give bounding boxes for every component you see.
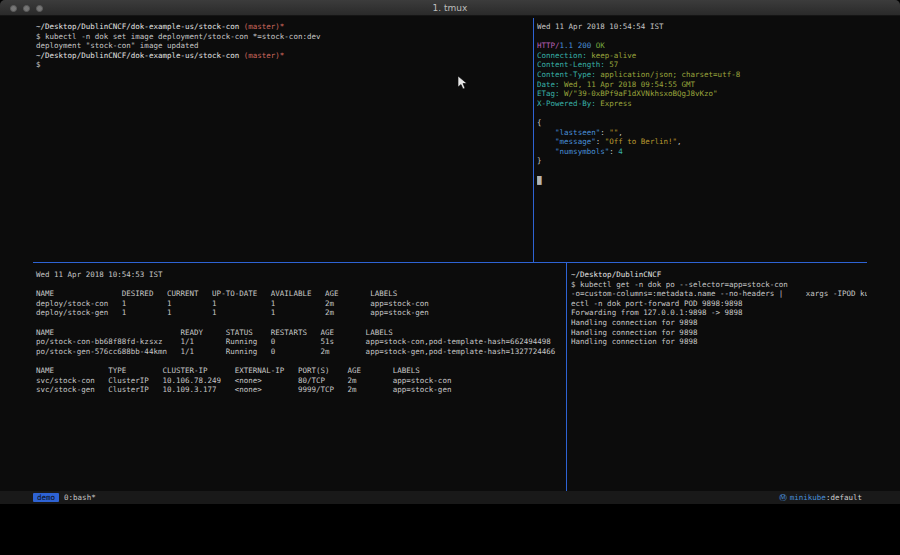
terminal-line: deploy/stock-gen 1 1 1 1 2m app=stock-ge… <box>36 308 562 318</box>
terminal-line: █ <box>537 176 867 186</box>
terminal-line: "lastseen": "", <box>537 128 867 138</box>
terminal-line: "numsymbols": 4 <box>537 147 867 157</box>
zoom-window-button[interactable] <box>36 5 43 12</box>
terminal-line: $ kubectl get -n dok po --selector=app=s… <box>571 280 867 290</box>
terminal-line: Handling connection for 9898 <box>571 318 867 328</box>
terminal-line: "message": "Off to Berlin!", <box>537 137 867 147</box>
pane-kubectl-watch-resources[interactable]: Wed 11 Apr 2018 10:54:53 IST NAME DESIRE… <box>33 266 564 491</box>
terminal-line: Handling connection for 9898 <box>571 337 867 347</box>
pane-divider-vertical-top[interactable] <box>533 18 534 262</box>
tmux-status-right: Ⓜminikube:default <box>779 491 862 504</box>
terminal-line: { <box>537 118 867 128</box>
close-window-button[interactable] <box>10 5 17 12</box>
terminal-line: Wed 11 Apr 2018 10:54:53 IST <box>36 270 562 280</box>
terminal-line: ~/Desktop/DublinCNCF/dok-example-us/stoc… <box>36 51 530 61</box>
terminal-line: Handling connection for 9898 <box>571 328 867 338</box>
pane-divider-horizontal[interactable] <box>33 262 867 263</box>
terminal-line: deployment "stock-con" image updated <box>36 41 530 51</box>
terminal-line <box>537 166 867 176</box>
terminal-line: ~/Desktop/DublinCNCF <box>571 270 867 280</box>
tmux-session-badge: demo <box>33 493 59 502</box>
kube-namespace-label: :default <box>826 493 862 502</box>
terminal-line <box>36 318 562 328</box>
terminal-line <box>537 32 867 42</box>
terminal-line: svc/stock-con ClusterIP 10.106.78.249 <n… <box>36 376 562 386</box>
terminal-line: po/stock-gen-576cc688bb-44kmn 1/1 Runnin… <box>36 347 562 357</box>
tmux-status-left: demo0:bash* <box>33 491 96 504</box>
terminal-line: ectl -n dok port-forward POD 9898:9898 <box>571 299 867 309</box>
minikube-icon: Ⓜ <box>779 493 787 502</box>
window-title: 1. tmux <box>0 0 900 16</box>
tmux-screen: ~/Desktop/DublinCNCF/dok-example-us/stoc… <box>33 18 867 491</box>
terminal-line: -o=custom-columns=:metadata.name --no-he… <box>571 289 867 299</box>
pane-shell-kubectl-set-image[interactable]: ~/Desktop/DublinCNCF/dok-example-us/stoc… <box>33 18 532 261</box>
terminal-line: Date: Wed, 11 Apr 2018 09:54:55 GMT <box>537 80 867 90</box>
terminal-line: ETag: W/"39-0xBPf9aF1dXVNkhsxoBQgJ8vKzo" <box>537 89 867 99</box>
terminal-line: } <box>537 156 867 166</box>
terminal-line: ~/Desktop/DublinCNCF/dok-example-us/stoc… <box>36 22 530 32</box>
terminal-line: Connection: keep-alive <box>537 51 867 61</box>
mouse-cursor <box>458 76 468 90</box>
terminal-line: NAME TYPE CLUSTER-IP EXTERNAL-IP PORT(S)… <box>36 366 562 376</box>
terminal-line: HTTP/1.1 200 OK <box>537 41 867 51</box>
minimize-window-button[interactable] <box>23 5 30 12</box>
terminal-line: Wed 11 Apr 2018 10:54:54 IST <box>537 22 867 32</box>
window-titlebar[interactable]: 1. tmux <box>0 0 900 16</box>
pane-http-response[interactable]: Wed 11 Apr 2018 10:54:54 IST HTTP/1.1 20… <box>537 18 867 261</box>
window-controls <box>10 5 43 12</box>
kube-context-label: minikube <box>790 493 826 502</box>
terminal-line: NAME READY STATUS RESTARTS AGE LABELS <box>36 328 562 338</box>
pane-port-forward[interactable]: ~/Desktop/DublinCNCF$ kubectl get -n dok… <box>571 266 867 491</box>
pane-divider-vertical-bottom[interactable] <box>566 263 567 491</box>
terminal-line: Content-Type: application/json; charset=… <box>537 70 867 80</box>
terminal-line: NAME DESIRED CURRENT UP-TO-DATE AVAILABL… <box>36 289 562 299</box>
terminal-line: Forwarding from 127.0.0.1:9898 -> 9898 <box>571 308 867 318</box>
terminal-line: Content-Length: 57 <box>537 60 867 70</box>
terminal-line: X-Powered-By: Express <box>537 99 867 109</box>
tmux-status-bar: demo0:bash* Ⓜminikube:default <box>0 491 900 504</box>
terminal-line: $ kubectl -n dok set image deployment/st… <box>36 32 530 42</box>
terminal-line <box>36 280 562 290</box>
terminal-window: 1. tmux ~/Desktop/DublinCNCF/dok-example… <box>0 0 900 504</box>
terminal-line: $ <box>36 60 530 70</box>
terminal-line: po/stock-con-bb68f88fd-kzsxz 1/1 Running… <box>36 337 562 347</box>
terminal-line <box>36 356 562 366</box>
terminal-line: svc/stock-gen ClusterIP 10.109.3.177 <no… <box>36 385 562 395</box>
terminal-line: deploy/stock-con 1 1 1 1 2m app=stock-co… <box>36 299 562 309</box>
desktop: 1. tmux ~/Desktop/DublinCNCF/dok-example… <box>0 0 900 555</box>
tmux-window-label[interactable]: 0:bash* <box>64 493 96 502</box>
terminal-line <box>537 108 867 118</box>
